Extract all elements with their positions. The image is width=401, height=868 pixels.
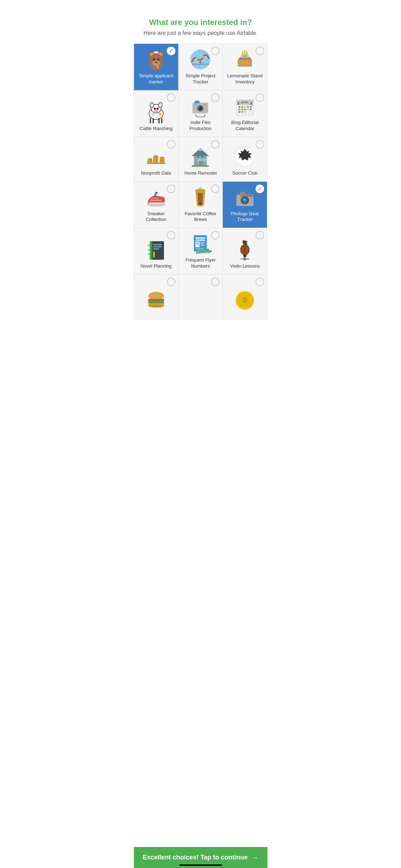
svg-point-41 (156, 111, 157, 112)
item-icon-blank (189, 289, 212, 312)
item-icon-gala (145, 145, 168, 168)
svg-rect-74 (250, 106, 252, 108)
item-label: Sneaker Collection (137, 211, 175, 223)
grid-item-cattle-ranching[interactable]: Cattle Ranching (134, 91, 179, 137)
grid-item-soccer-club[interactable]: Soccer Club (223, 137, 267, 182)
grid-item-nonprofit-gala[interactable]: Nonprofit Gala (134, 137, 179, 182)
grid-item-sneaker-collection[interactable]: Sneaker Collection (134, 182, 179, 228)
selection-radio (167, 278, 175, 286)
selection-radio (256, 231, 264, 239)
svg-rect-151 (200, 242, 205, 243)
grid-item-novel-planning[interactable]: Novel Planning (134, 228, 179, 275)
grid-item-photogs-gear[interactable]: Photogs Gear Tracker (223, 182, 267, 228)
svg-rect-71 (241, 106, 243, 108)
svg-text:PASSPORT: PASSPORT (194, 238, 207, 241)
svg-point-49 (159, 113, 161, 115)
svg-rect-118 (148, 202, 164, 204)
svg-point-130 (243, 198, 245, 200)
selection-radio (211, 278, 220, 286)
grid-item-indie-film[interactable]: Indie Film Production (179, 91, 223, 137)
selection-radio (211, 185, 220, 193)
item-label: Simple applicant tracker (137, 73, 175, 85)
svg-rect-32 (246, 60, 248, 64)
svg-rect-140 (153, 252, 155, 258)
svg-rect-89 (147, 162, 165, 164)
svg-rect-76 (241, 109, 243, 110)
item-label: Nonprofit Gala (141, 170, 171, 176)
selection-radio (256, 278, 264, 286)
svg-rect-59 (195, 104, 197, 105)
selection-radio (211, 140, 220, 149)
svg-point-175 (246, 243, 247, 245)
item-label: Violin Lessons (230, 263, 260, 269)
grid-item-lemonade-stand[interactable]: LEMON- ADE Lemonade Stand Inventory (223, 44, 267, 91)
svg-rect-30 (246, 51, 248, 54)
item-icon-house (189, 145, 212, 168)
grid-item-item-18[interactable]: $ (223, 275, 267, 319)
svg-rect-70 (238, 106, 240, 108)
svg-rect-77 (244, 109, 246, 110)
item-label: Indie Film Production (181, 120, 220, 132)
item-icon-passport: PASSPORT (189, 232, 212, 255)
grid-item-blog-editorial[interactable]: APRIL Blog Editorial Calendar (223, 91, 267, 137)
svg-point-150 (196, 242, 199, 245)
grid-item-coffee-brews[interactable]: Favorite Coffee Brews (179, 182, 223, 228)
page-subtitle: Here are just a few ways people use Airt… (141, 30, 260, 36)
selection-radio (167, 185, 175, 193)
svg-rect-13 (153, 66, 156, 69)
svg-rect-132 (237, 195, 240, 197)
svg-rect-88 (160, 157, 164, 158)
svg-rect-166 (243, 255, 246, 257)
grid-item-simple-applicant-tracker[interactable]: Simple applicant tracker (134, 44, 179, 91)
grid-item-item-17[interactable] (179, 275, 223, 319)
svg-point-119 (149, 202, 150, 203)
svg-point-37 (154, 108, 156, 110)
svg-rect-84 (148, 158, 152, 160)
selection-radio (256, 185, 264, 193)
svg-rect-93 (150, 160, 151, 162)
item-label: Cattle Ranching (140, 126, 173, 132)
item-label: Simple Project Tracker (181, 73, 220, 85)
svg-rect-86 (154, 155, 158, 157)
grid-item-violin-lessons[interactable]: Violin Lessons (223, 228, 267, 275)
svg-point-40 (155, 111, 156, 112)
grid-item-home-remodel[interactable]: Home Remodel (179, 137, 223, 182)
svg-rect-141 (153, 251, 155, 253)
svg-point-42 (151, 113, 155, 116)
item-label: Frequent Flyer Numbers (181, 257, 220, 269)
svg-rect-31 (243, 60, 245, 64)
page-title: What are you interested in? (141, 18, 260, 27)
svg-rect-95 (162, 158, 163, 162)
svg-text:$: $ (243, 295, 247, 304)
svg-rect-103 (202, 156, 203, 157)
svg-point-39 (154, 109, 158, 112)
grid-item-item-16[interactable] (134, 275, 179, 319)
item-icon-cow (145, 101, 168, 124)
svg-text:APRIL: APRIL (241, 101, 249, 104)
svg-rect-138 (153, 246, 162, 247)
grid-item-frequent-flyer[interactable]: PASSPORT Frequent Flyer Numbers (179, 228, 223, 275)
item-icon-roller-coaster (189, 48, 212, 71)
item-label: Favorite Coffee Brews (181, 211, 220, 223)
grid-item-simple-project-tracker[interactable]: Simple Project Tracker (179, 44, 223, 91)
selection-radio (211, 47, 220, 55)
svg-rect-139 (153, 248, 159, 249)
svg-rect-81 (241, 111, 243, 113)
svg-point-35 (150, 103, 154, 108)
svg-rect-177 (148, 299, 164, 301)
item-icon-bear (145, 48, 168, 71)
svg-point-174 (243, 241, 245, 242)
svg-rect-68 (238, 102, 239, 105)
svg-rect-73 (247, 106, 249, 108)
item-icon-sneaker (145, 186, 168, 209)
svg-point-121 (195, 189, 205, 192)
svg-rect-79 (250, 109, 252, 110)
interest-grid: Simple applicant tracker Simple Project … (134, 43, 267, 319)
svg-rect-105 (201, 163, 202, 164)
svg-point-9 (154, 61, 158, 63)
svg-rect-153 (200, 245, 205, 246)
svg-rect-92 (160, 159, 161, 162)
svg-rect-69 (251, 102, 252, 105)
item-icon-notebook (145, 238, 168, 261)
item-label: Soccer Club (232, 170, 258, 176)
